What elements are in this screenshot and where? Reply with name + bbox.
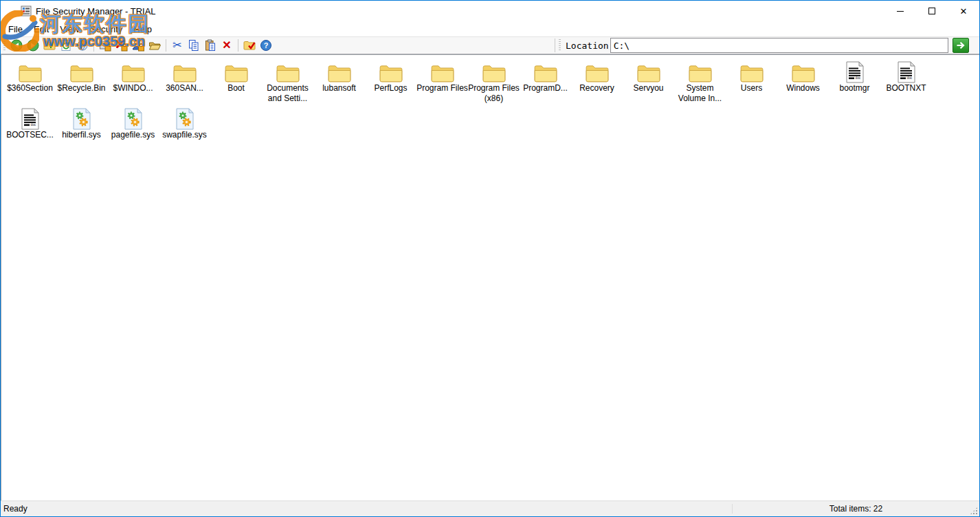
file-item[interactable]: ProgramD... [520, 58, 571, 104]
file-item[interactable]: System Volume In... [674, 58, 726, 104]
remove-security-icon [115, 39, 128, 52]
file-item[interactable]: Boot [210, 58, 262, 104]
apply-button[interactable] [241, 38, 258, 53]
toolbar-band: ✂✕? Location [1, 36, 979, 54]
cut-button[interactable]: ✂ [169, 38, 186, 53]
help-button[interactable]: ? [258, 38, 274, 53]
menu-file[interactable]: File [3, 23, 28, 36]
folder-icon [172, 58, 197, 83]
file-label: bootmgr [839, 83, 869, 94]
file-item[interactable]: pagefile.sys [107, 104, 159, 151]
set-security-button[interactable] [97, 38, 113, 53]
file-label: Servyou [633, 83, 663, 94]
back-button[interactable] [8, 38, 25, 53]
toolbar-separator [238, 39, 238, 52]
file-label: BOOTSEC... [6, 130, 54, 140]
menu-help[interactable]: Help [128, 23, 157, 36]
remove-security-button[interactable] [113, 38, 130, 53]
status-message: Ready [1, 504, 732, 514]
minimize-button[interactable] [884, 1, 916, 21]
toolbar-grip[interactable] [3, 39, 5, 52]
folder-icon [327, 58, 352, 83]
menu-security[interactable]: Security [85, 23, 128, 36]
svg-text:doc: doc [30, 123, 36, 126]
folder-icon [276, 58, 300, 83]
close-button[interactable]: ✕ [948, 1, 979, 21]
menu-view[interactable]: View [54, 23, 85, 36]
file-label: ProgramD... [523, 83, 568, 94]
file-grid: $360Section$Recycle.Bin$WINDO...360SAN..… [1, 55, 979, 151]
window-title: File Security Manager - TRIAL [36, 6, 156, 16]
window-controls: ✕ [884, 1, 979, 21]
copy-button[interactable] [186, 38, 202, 53]
file-item[interactable]: lubansoft [313, 58, 365, 104]
paste-button[interactable] [202, 38, 219, 53]
folder-up-icon [43, 39, 56, 52]
location-separator [555, 38, 555, 52]
doc-icon: doc [21, 105, 39, 130]
help-icon: ? [260, 39, 272, 52]
file-item[interactable]: docbootmgr [829, 58, 880, 104]
app-window: File Security Manager - TRIAL ✕ FileEdit… [0, 0, 980, 517]
file-label: Program Files (x86) [468, 83, 520, 104]
file-item[interactable]: docBOOTSEC... [4, 104, 56, 151]
file-item[interactable]: $360Section [4, 58, 56, 104]
file-label: $Recycle.Bin [57, 83, 105, 94]
file-label: Users [741, 83, 762, 94]
user-permissions-button[interactable] [130, 38, 146, 53]
folder-check-icon [243, 39, 256, 52]
folder-icon [533, 58, 558, 83]
file-label: pagefile.sys [111, 130, 155, 140]
app-icon [21, 6, 32, 16]
location-grip[interactable] [559, 39, 561, 52]
location-label: Location [566, 41, 609, 51]
file-item[interactable]: swapfile.sys [159, 104, 210, 151]
menu-edit[interactable]: Edit [28, 23, 54, 36]
up-button[interactable] [41, 38, 58, 53]
folder-icon [121, 58, 146, 83]
file-label: Recovery [579, 83, 614, 94]
refresh-icon [60, 39, 72, 52]
go-button[interactable] [953, 38, 969, 53]
file-label: Boot [227, 83, 245, 94]
file-item[interactable]: docBOOTNXT [880, 58, 932, 104]
file-item[interactable]: Program Files [416, 58, 468, 104]
file-item[interactable]: $Recycle.Bin [56, 58, 107, 104]
title-bar[interactable]: File Security Manager - TRIAL ✕ [1, 1, 979, 21]
file-label: Windows [786, 83, 820, 94]
file-item[interactable]: Documents and Setti... [262, 58, 313, 104]
delete-button[interactable]: ✕ [219, 38, 235, 53]
maximize-button[interactable] [916, 1, 948, 21]
file-item[interactable]: Windows [777, 58, 829, 104]
file-item[interactable]: $WINDO... [107, 58, 159, 104]
file-label: swapfile.sys [162, 130, 207, 140]
file-item[interactable]: Users [726, 58, 777, 104]
file-item[interactable]: Recovery [571, 58, 623, 104]
file-item[interactable]: hiberfil.sys [56, 104, 107, 151]
file-view[interactable]: $360Section$Recycle.Bin$WINDO...360SAN..… [1, 54, 979, 500]
file-item[interactable]: Servyou [623, 58, 674, 104]
forward-icon [27, 39, 39, 52]
globe-icon [76, 39, 89, 52]
menu-bar: FileEditViewSecurityHelp [1, 21, 979, 36]
toolbar-separator [166, 39, 166, 52]
file-item[interactable]: 360SAN... [159, 58, 210, 104]
folder-icon [688, 58, 713, 83]
refresh-button[interactable] [58, 38, 74, 53]
file-label: Program Files [416, 83, 468, 94]
forward-button[interactable] [25, 38, 41, 53]
svg-text:doc: doc [906, 76, 912, 80]
file-label: $WINDO... [113, 83, 153, 94]
folder-icon [585, 58, 610, 83]
user-lock-icon [132, 39, 144, 52]
cut-icon: ✂ [172, 40, 181, 51]
location-input[interactable] [610, 38, 948, 53]
file-item[interactable]: Program Files (x86) [468, 58, 520, 104]
file-item[interactable]: PerfLogs [365, 58, 416, 104]
folder-icon [224, 58, 249, 83]
open-folder-button[interactable] [146, 38, 163, 53]
go-arrow-icon [955, 40, 966, 51]
folder-icon [739, 58, 764, 83]
globe-button[interactable] [74, 38, 91, 53]
sys-icon [176, 105, 194, 130]
